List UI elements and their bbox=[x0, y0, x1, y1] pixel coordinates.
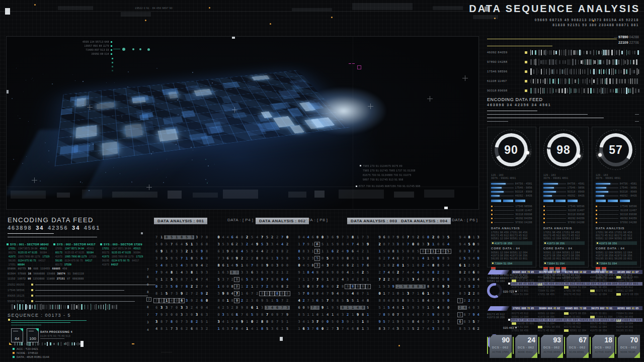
bar-row-line[interactable] bbox=[35, 285, 155, 285]
barcode-segment bbox=[535, 78, 536, 84]
barcode-segment bbox=[530, 59, 532, 64]
readout-value: 97890 bbox=[618, 35, 628, 39]
barcode-strip[interactable] bbox=[530, 59, 639, 65]
progress-track[interactable] bbox=[491, 191, 514, 193]
purple-col-header[interactable]: 850730013508 bbox=[590, 270, 616, 274]
header-token: 08 bbox=[609, 270, 612, 274]
bottom-barcode-cursor[interactable] bbox=[80, 341, 84, 347]
dcs-tile[interactable]: 18DCS - 062ACTIVE 41973 bbox=[592, 335, 614, 358]
purple-col-header[interactable]: 905810039105 bbox=[616, 306, 642, 310]
bar-row-line[interactable] bbox=[35, 296, 148, 296]
debris-dot bbox=[83, 105, 84, 106]
dcs-tile[interactable]: 93DCS - 062ACTIVE 08456 bbox=[541, 335, 563, 358]
purple-col-header[interactable]: 917450039802 bbox=[564, 270, 590, 274]
dcs-tile[interactable]: 70DCS - 062NODE 56195 bbox=[618, 335, 640, 358]
progress-track[interactable] bbox=[543, 187, 566, 189]
purple-band-row[interactable]: 1885 90 45 084 17051 98 456 80173 45 912… bbox=[511, 282, 642, 286]
progress-track[interactable] bbox=[596, 183, 618, 185]
highlight-row[interactable]: 73984 51 094 bbox=[543, 261, 585, 265]
purple-arc-gauge[interactable] bbox=[487, 283, 502, 298]
digit-row: 79481438193 bbox=[154, 266, 209, 273]
barcode-strip[interactable] bbox=[530, 68, 639, 75]
progress-track[interactable] bbox=[596, 195, 618, 197]
blue-chip[interactable] bbox=[555, 200, 566, 202]
barcode-segment bbox=[596, 50, 597, 55]
highlight-row[interactable]: 41973 08 356 bbox=[543, 241, 585, 245]
progress-track[interactable] bbox=[491, 195, 514, 197]
blue-chip[interactable] bbox=[543, 200, 553, 202]
sys-header: SYS : 003 - SECTOR 17329 bbox=[100, 243, 142, 246]
purple-band-row[interactable]: 0854 17 90 456 80173 45 912 1885 90 45 0… bbox=[511, 318, 642, 322]
gauge-card[interactable]: 90129 - 1833D76 - 99081 489184756 - 4581… bbox=[487, 127, 536, 267]
barcode-segment bbox=[598, 51, 600, 55]
analysis-badge[interactable]: DATA ANALYSIS : 001 bbox=[154, 218, 207, 224]
tile-subtext: NODE 45912 bbox=[518, 350, 533, 353]
digit-cell: 3 bbox=[431, 327, 436, 331]
analysis-badge[interactable]: DATA ANALYSIS : 002 bbox=[256, 218, 309, 224]
analysis-badge[interactable]: DATA ANALYSIS : 003 bbox=[347, 218, 400, 224]
highlight-row[interactable]: 41973 08 356 bbox=[596, 241, 637, 245]
progress-track[interactable] bbox=[543, 195, 566, 197]
dcs-tile[interactable]: 24DCS - 062NODE 45912 bbox=[515, 335, 537, 358]
purple-col-header[interactable]: 809950047805 bbox=[512, 270, 538, 274]
tile-notch bbox=[490, 335, 493, 338]
progress-track[interactable] bbox=[596, 191, 618, 193]
barcode-strip[interactable] bbox=[530, 87, 639, 94]
barcode-segment bbox=[569, 78, 570, 83]
progress-track[interactable] bbox=[543, 183, 566, 185]
bar-row-line[interactable] bbox=[35, 290, 124, 291]
purple-col-header[interactable]: 391730027801 bbox=[590, 306, 616, 310]
bullet-item[interactable]: DATA : 4828 R0B1 0144 bbox=[13, 355, 49, 359]
debris-dot bbox=[214, 164, 215, 164]
yellow-cell bbox=[564, 329, 569, 332]
left-bullet-list: ACC : T23 0421NODE : 374510DATA : 4828 R… bbox=[13, 347, 49, 359]
sys-name: SYS : 003 - SECTOR 17329 bbox=[104, 243, 142, 246]
purple-col-header[interactable]: 170510087805 bbox=[512, 306, 538, 310]
file-icon[interactable]: 100 bbox=[27, 328, 39, 342]
purple-col-header[interactable]: 309840044502 bbox=[538, 306, 564, 310]
blue-chip[interactable] bbox=[620, 200, 630, 202]
row-text: 17051 98 456 bbox=[616, 316, 633, 318]
blue-chip[interactable] bbox=[503, 200, 513, 202]
blue-chip[interactable] bbox=[596, 200, 606, 202]
bar-row-line[interactable] bbox=[35, 301, 135, 302]
bullet-item[interactable]: NODE : 374510 bbox=[13, 351, 49, 355]
gauge-card[interactable]: 98129 - 1833D76 - 99081 489184756 - 4581… bbox=[539, 127, 589, 267]
progress-track[interactable] bbox=[491, 183, 514, 185]
dcs-tile[interactable]: 67DCS - 062SCAN 90581 bbox=[567, 335, 589, 358]
gauge-card-body: 129 - 1833D76 - 99081 489184756 - 458117… bbox=[543, 173, 585, 280]
purple-col-header[interactable]: 981850029107 bbox=[616, 270, 642, 274]
blue-chip[interactable] bbox=[608, 200, 618, 202]
barcode-strip[interactable] bbox=[530, 78, 639, 84]
barcode-segment bbox=[547, 51, 548, 54]
barcode-segment bbox=[65, 305, 66, 309]
barcode-segment bbox=[603, 60, 604, 64]
gauge-card[interactable]: 57129 - 1833D76 - 99081 489184756 - 4581… bbox=[592, 127, 641, 267]
barcode-strip[interactable] bbox=[530, 49, 639, 56]
progress-track[interactable] bbox=[491, 187, 514, 189]
blue-chip[interactable] bbox=[515, 200, 525, 202]
analysis-badge[interactable]: DATA ANALYSIS : 004 bbox=[397, 218, 451, 224]
yellow-marker-icon bbox=[31, 289, 33, 291]
purple-col-header[interactable]: 809950017208 bbox=[564, 306, 590, 310]
highlight-row[interactable]: 73984 51 094 bbox=[596, 261, 637, 265]
file-icon[interactable]: 64 bbox=[11, 328, 23, 342]
row-text: 41973 08 356 bbox=[570, 312, 587, 315]
blue-chip[interactable] bbox=[568, 200, 578, 202]
purple-col-header[interactable]: 301730083507 bbox=[538, 270, 564, 274]
progress-track[interactable] bbox=[543, 191, 566, 193]
dcs-tile[interactable]: 90DCS - 062ACTIVE 17051 bbox=[490, 335, 512, 358]
main-viewport[interactable]: 4599 134 95713 64819957 890 88 117973489… bbox=[6, 36, 479, 210]
yellow-marker-icon bbox=[525, 80, 527, 82]
highlight-row[interactable]: 41973 08 356 bbox=[491, 241, 532, 245]
sys-row: 170511347 9571 34 8445913 bbox=[9, 247, 47, 250]
bullet-item[interactable]: ACC : T23 0421 bbox=[13, 347, 49, 351]
blue-chip[interactable] bbox=[491, 200, 501, 202]
purple-table-row: 56195 33 801 bbox=[512, 289, 536, 292]
progress-row: 90318 - 8969 bbox=[543, 190, 585, 194]
tile-value: 67 bbox=[579, 336, 587, 344]
numline: 05966907755569811045569995456 bbox=[8, 267, 84, 272]
highlight-row[interactable]: 73984 51 094 bbox=[491, 261, 532, 265]
barcode-segment bbox=[549, 50, 550, 55]
progress-track[interactable] bbox=[596, 187, 618, 189]
